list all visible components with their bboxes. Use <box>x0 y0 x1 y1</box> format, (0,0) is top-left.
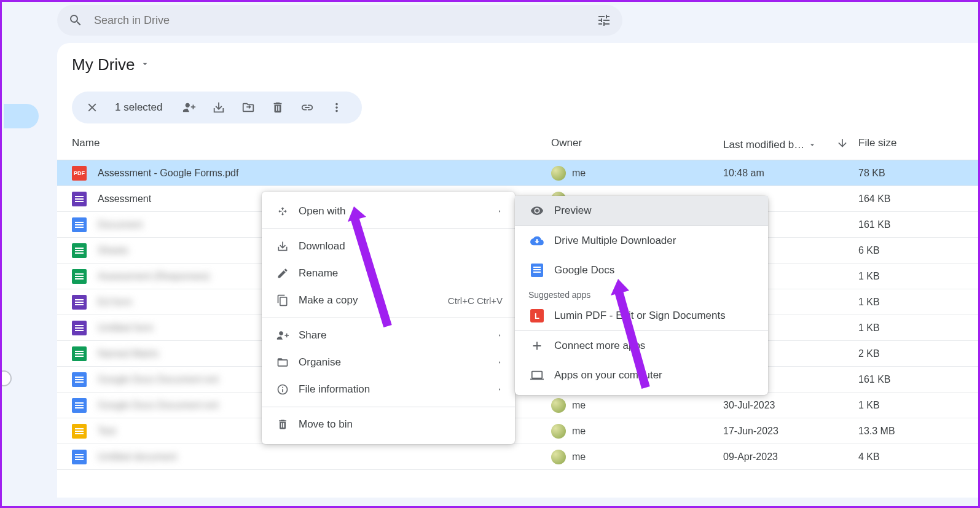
annotation-arrow-1 <box>345 203 406 332</box>
copy-icon <box>274 294 291 307</box>
search-icon <box>68 13 83 28</box>
info-icon <box>274 383 291 396</box>
sheet-file-icon <box>72 346 87 361</box>
sidebar-circle-cut <box>0 370 12 386</box>
folder-icon <box>274 356 291 369</box>
sidebar-active-pill <box>4 104 39 128</box>
eye-icon <box>528 203 546 218</box>
chevron-right-icon <box>496 329 503 342</box>
owner-cell: me <box>551 166 723 181</box>
more-actions-button[interactable] <box>330 101 343 114</box>
link-button[interactable] <box>300 101 314 114</box>
column-size[interactable]: File size <box>858 137 932 152</box>
form-file-icon <box>72 192 87 206</box>
table-row[interactable]: PDFAssessment - Google Forms.pdfme10:48 … <box>57 160 978 186</box>
open-with-icon <box>274 205 291 217</box>
column-owner[interactable]: Owner <box>551 137 723 152</box>
table-row[interactable]: Untitled documentme09-Apr-20234 KB <box>57 444 978 470</box>
plus-icon <box>528 338 546 353</box>
context-file-info[interactable]: File information <box>262 376 515 403</box>
share-button[interactable] <box>182 101 196 114</box>
context-move-to-bin[interactable]: Move to bin <box>262 411 515 438</box>
size-cell: 1 KB <box>858 271 932 282</box>
column-name[interactable]: Name <box>72 137 551 152</box>
size-cell: 1 KB <box>858 297 932 308</box>
owner-cell: me <box>551 424 723 439</box>
pdf-file-icon: PDF <box>72 166 87 181</box>
owner-cell: me <box>551 398 723 413</box>
file-name: Untitled document <box>98 451 551 463</box>
size-cell: 1 KB <box>858 400 932 411</box>
download-icon <box>274 240 291 252</box>
breadcrumb[interactable]: My Drive <box>57 55 978 84</box>
table-header: Name Owner Last modified b… File size <box>57 123 978 160</box>
size-cell: 2 KB <box>858 348 932 359</box>
page-title: My Drive <box>72 55 135 74</box>
size-cell: 164 KB <box>858 193 932 205</box>
size-cell: 6 KB <box>858 245 932 256</box>
size-cell: 13.3 MB <box>858 426 932 437</box>
share-icon <box>274 329 291 342</box>
owner-cell: me <box>551 450 723 464</box>
docs-icon <box>528 263 546 278</box>
doc-file-icon <box>72 450 87 464</box>
caret-down-icon <box>140 59 150 71</box>
avatar <box>551 166 566 181</box>
size-cell: 161 KB <box>858 374 932 385</box>
submenu-preview[interactable]: Preview <box>515 196 768 225</box>
selection-count: 1 selected <box>115 101 163 114</box>
modified-cell: 10:48 am <box>723 168 858 179</box>
trash-icon <box>274 418 291 431</box>
modified-cell: 17-Jun-2023 <box>723 426 858 437</box>
slide-file-icon <box>72 424 87 439</box>
search-bar[interactable] <box>57 5 622 36</box>
file-name: Assessment - Google Forms.pdf <box>98 168 551 179</box>
sheet-file-icon <box>72 269 87 284</box>
context-organise[interactable]: Organise <box>262 349 515 376</box>
delete-button[interactable] <box>271 101 284 114</box>
tune-icon[interactable] <box>597 13 611 28</box>
search-input[interactable] <box>94 14 597 27</box>
doc-file-icon <box>72 398 87 413</box>
selection-toolbar: 1 selected <box>72 92 362 123</box>
avatar <box>551 398 566 413</box>
column-modified[interactable]: Last modified b… <box>723 137 858 152</box>
clear-selection-button[interactable] <box>85 101 99 114</box>
form-file-icon <box>72 321 87 335</box>
avatar <box>551 450 566 464</box>
modified-cell: 30-Jul-2023 <box>723 400 858 411</box>
size-cell: 4 KB <box>858 451 932 463</box>
chevron-right-icon <box>496 383 503 396</box>
rename-icon <box>274 267 291 279</box>
download-button[interactable] <box>212 101 225 114</box>
modified-cell: 09-Apr-2023 <box>723 451 858 463</box>
size-cell: 1 KB <box>858 322 932 334</box>
annotation-arrow-2 <box>609 277 664 394</box>
avatar <box>551 424 566 439</box>
form-file-icon <box>72 295 87 310</box>
cloud-download-icon <box>528 233 546 248</box>
sheet-file-icon <box>72 243 87 258</box>
table-row[interactable]: Testme17-Jun-202313.3 MB <box>57 418 978 444</box>
table-row[interactable]: Google Docs Document entme30-Jul-20231 K… <box>57 393 978 418</box>
sort-arrow-icon <box>836 137 849 152</box>
doc-file-icon <box>72 217 87 232</box>
move-button[interactable] <box>241 101 255 114</box>
laptop-icon <box>528 368 546 383</box>
chevron-right-icon <box>496 205 503 217</box>
doc-file-icon <box>72 372 87 387</box>
submenu-drive-downloader[interactable]: Drive Multiple Downloader <box>515 226 768 256</box>
lumin-icon: L <box>528 308 546 323</box>
size-cell: 78 KB <box>858 168 932 179</box>
size-cell: 161 KB <box>858 219 932 230</box>
chevron-right-icon <box>496 356 503 369</box>
